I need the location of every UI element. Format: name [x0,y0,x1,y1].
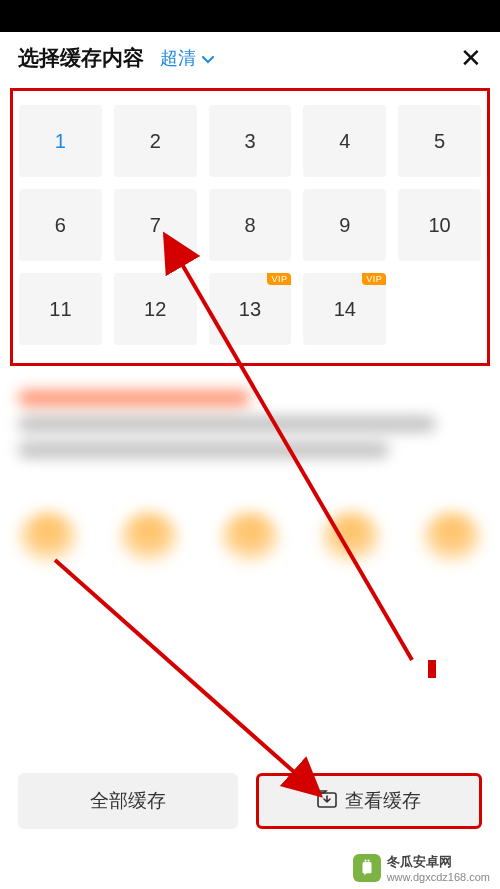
episode-11[interactable]: 11 [19,273,102,345]
blurred-content [0,366,500,572]
episode-number: 9 [339,214,350,237]
svg-line-2 [55,560,320,795]
episode-7[interactable]: 7 [114,189,197,261]
quality-selector[interactable]: 超清 [160,46,214,70]
episode-number: 14 [334,298,356,321]
vip-badge: VIP [267,273,291,285]
episode-14[interactable]: 14VIP [303,273,386,345]
watermark-name: 冬瓜安卓网 [387,853,490,871]
episode-9[interactable]: 9 [303,189,386,261]
episode-5[interactable]: 5 [398,105,481,177]
cache-all-button[interactable]: 全部缓存 [18,773,238,829]
sheet-title: 选择缓存内容 [18,44,144,72]
status-bar-dark [0,0,500,32]
episode-number: 6 [55,214,66,237]
quality-label: 超清 [160,46,196,70]
episode-4[interactable]: 4 [303,105,386,177]
watermark-url: www.dgxcdz168.com [387,871,490,883]
episode-number: 3 [244,130,255,153]
sheet-header: 选择缓存内容 超清 ✕ [0,32,500,82]
episode-3[interactable]: 3 [209,105,292,177]
cache-all-label: 全部缓存 [90,788,166,814]
chevron-down-icon [202,48,214,69]
watermark-logo-icon [353,854,381,882]
bottom-action-bar: 全部缓存 查看缓存 [0,773,500,829]
episode-13[interactable]: 13VIP [209,273,292,345]
svg-point-4 [367,859,369,861]
view-cache-button[interactable]: 查看缓存 [256,773,482,829]
episode-2[interactable]: 2 [114,105,197,177]
annotation-mark [428,660,436,678]
view-cache-label: 查看缓存 [345,788,421,814]
episode-number: 11 [49,298,71,321]
close-button[interactable]: ✕ [460,45,482,71]
episode-number: 2 [150,130,161,153]
episode-12[interactable]: 12 [114,273,197,345]
episode-number: 8 [244,214,255,237]
episode-6[interactable]: 6 [19,189,102,261]
episode-10[interactable]: 10 [398,189,481,261]
episode-number: 5 [434,130,445,153]
episode-number: 1 [55,130,66,153]
vip-badge: VIP [362,273,386,285]
episode-grid: 12345678910111213VIP14VIP [19,105,481,345]
download-folder-icon [317,790,337,813]
episode-number: 7 [150,214,161,237]
episode-number: 13 [239,298,261,321]
svg-point-3 [364,859,366,861]
episode-1[interactable]: 1 [19,105,102,177]
watermark: 冬瓜安卓网 www.dgxcdz168.com [353,853,490,883]
episode-grid-annotation-box: 12345678910111213VIP14VIP [10,88,490,366]
episode-number: 12 [144,298,166,321]
episode-8[interactable]: 8 [209,189,292,261]
episode-number: 4 [339,130,350,153]
episode-number: 10 [428,214,450,237]
